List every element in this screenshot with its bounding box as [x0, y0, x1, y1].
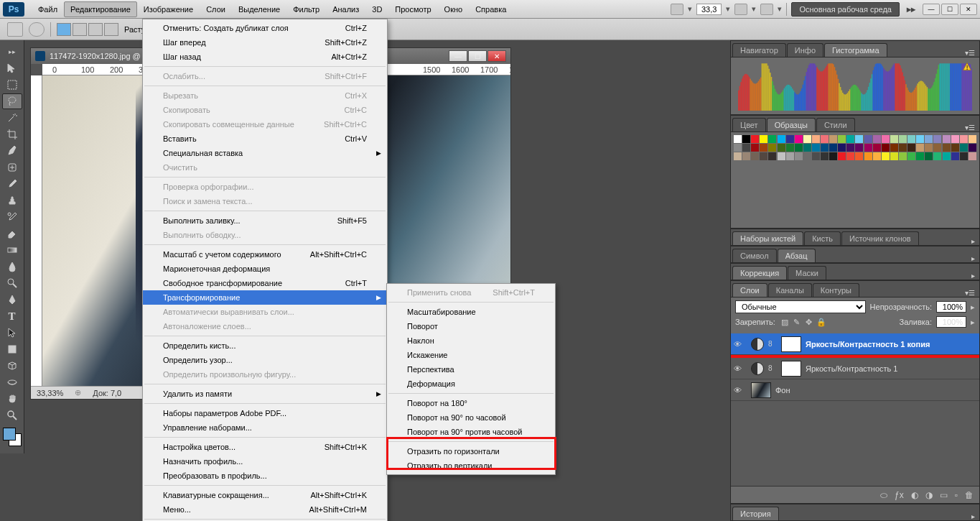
new-layer-icon[interactable]: ▫ — [955, 490, 958, 500]
menu-фильтр[interactable]: Фильтр — [286, 1, 326, 17]
swatch[interactable] — [933, 144, 941, 152]
submenu-item[interactable]: Поворот на 90° против часовой — [387, 425, 555, 439]
menu-анализ[interactable]: Анализ — [326, 1, 365, 17]
swatch[interactable] — [899, 144, 907, 152]
expand-icon[interactable]: ▸▸ — [904, 4, 918, 14]
eyedropper-tool[interactable] — [2, 143, 22, 159]
swatch[interactable] — [760, 152, 767, 160]
menu-item[interactable]: Специальная вставка▶ — [143, 146, 387, 160]
menu-item[interactable]: Меню...Alt+Shift+Ctrl+M — [143, 502, 387, 517]
layer-row[interactable]: 👁8Яркость/Контрастность 1 копия — [731, 333, 979, 355]
submenu-item[interactable]: Искажение — [387, 348, 555, 362]
swatch[interactable] — [855, 152, 863, 160]
menu-item[interactable]: ВставитьCtrl+V — [143, 132, 387, 146]
tool-preset-icon[interactable] — [7, 22, 23, 37]
swatch[interactable] — [778, 135, 785, 143]
path-selection-tool[interactable] — [2, 325, 22, 341]
submenu-item[interactable]: Отразить по горизонтали — [387, 444, 555, 458]
menu-item[interactable]: Трансформирование▶ — [143, 290, 387, 305]
swatch[interactable] — [960, 135, 968, 143]
double-arrow-icon[interactable]: ▸▸ — [2, 44, 22, 60]
doc-close-button[interactable]: ✕ — [487, 50, 506, 62]
doc-minimize-button[interactable]: — — [449, 50, 467, 62]
selection-mode-buttons[interactable] — [57, 23, 118, 36]
swatch[interactable] — [873, 144, 881, 152]
swatch[interactable] — [778, 144, 785, 152]
swatch[interactable] — [821, 135, 829, 143]
swatch[interactable] — [795, 152, 803, 160]
layer-thumb[interactable] — [751, 382, 771, 398]
swatch[interactable] — [951, 135, 959, 143]
tab-paths[interactable]: Контуры — [813, 283, 859, 297]
swatch[interactable] — [890, 144, 898, 152]
swatch[interactable] — [960, 152, 968, 160]
swatch[interactable] — [933, 135, 941, 143]
panel-menu-icon[interactable]: ▾☰ — [961, 124, 979, 132]
swatch[interactable] — [855, 144, 863, 152]
tab-info[interactable]: Инфо — [787, 43, 823, 57]
menu-item[interactable]: Удалить из памяти▶ — [143, 387, 387, 401]
mask-thumb[interactable] — [781, 361, 801, 377]
swatch[interactable] — [812, 135, 820, 143]
menu-файл[interactable]: Файл — [32, 1, 64, 17]
submenu-item[interactable]: Отразить по вертикали — [387, 458, 555, 473]
tab-histogram[interactable]: Гистограмма — [824, 43, 887, 57]
swatch[interactable] — [829, 152, 837, 160]
swatch[interactable] — [803, 152, 811, 160]
swatch[interactable] — [925, 144, 933, 152]
fill-value[interactable]: 100% — [936, 316, 966, 328]
color-picker[interactable] — [3, 428, 22, 446]
submenu-item[interactable]: Поворот на 180° — [387, 396, 555, 410]
menu-item[interactable]: Свободное трансформированиеCtrl+T — [143, 276, 387, 290]
maximize-button[interactable]: ☐ — [941, 4, 958, 15]
swatch[interactable] — [873, 135, 881, 143]
tab-brush-presets[interactable]: Наборы кистей — [732, 231, 803, 245]
tab-layers[interactable]: Слои — [732, 283, 767, 297]
layer-group-icon[interactable]: ▭ — [940, 490, 948, 500]
submenu-item[interactable]: Поворот на 90° по часовой — [387, 410, 555, 425]
tab-color[interactable]: Цвет — [732, 118, 766, 132]
clone-stamp-tool[interactable] — [2, 193, 22, 208]
swatch[interactable] — [899, 135, 907, 143]
swatch[interactable] — [890, 135, 898, 143]
swatch[interactable] — [846, 135, 854, 143]
magic-wand-tool[interactable] — [2, 110, 22, 126]
swatch[interactable] — [838, 144, 846, 152]
panel-menu-icon[interactable]: ▸ — [967, 272, 979, 280]
swatch[interactable] — [778, 152, 785, 160]
swatch[interactable] — [795, 135, 803, 143]
hand-tool[interactable] — [2, 391, 22, 407]
history-brush-tool[interactable] — [2, 209, 22, 225]
crop-tool[interactable] — [2, 126, 22, 142]
menu-item[interactable]: Выполнить заливку...Shift+F5 — [143, 213, 387, 228]
doc-maximize-button[interactable]: ☐ — [468, 50, 487, 62]
swatch[interactable] — [751, 135, 759, 143]
swatch[interactable] — [951, 152, 959, 160]
swatch[interactable] — [742, 152, 750, 160]
3d-tool[interactable] — [2, 358, 22, 374]
swatch[interactable] — [742, 144, 750, 152]
blend-mode-select[interactable]: Обычные — [735, 300, 866, 313]
swatch[interactable] — [821, 144, 829, 152]
layer-name[interactable]: Фон — [775, 386, 976, 395]
layer-style-icon[interactable]: ƒx — [895, 490, 904, 500]
swatch[interactable] — [768, 152, 776, 160]
menu-item[interactable]: Отменить: Создать дубликат слояCtrl+Z — [143, 21, 387, 35]
tab-character[interactable]: Символ — [732, 249, 777, 262]
swatch[interactable] — [786, 144, 794, 152]
swatch[interactable] — [795, 144, 803, 152]
swatch[interactable] — [907, 152, 915, 160]
workspace-switcher[interactable]: Основная рабочая среда — [791, 2, 900, 17]
tab-paragraph[interactable]: Абзац — [778, 249, 816, 262]
tab-swatches[interactable]: Образцы — [767, 118, 816, 132]
swatch[interactable] — [768, 144, 776, 152]
swatch[interactable] — [846, 152, 854, 160]
link-layers-icon[interactable]: ⬭ — [880, 490, 887, 500]
lock-image-icon[interactable]: ✎ — [792, 317, 802, 327]
lasso-tool[interactable] — [2, 93, 22, 109]
submenu-item[interactable]: Перспектива — [387, 362, 555, 377]
tab-styles[interactable]: Стили — [816, 118, 855, 132]
healing-brush-tool[interactable] — [2, 160, 22, 175]
brush-tool[interactable] — [2, 176, 22, 192]
menu-слои[interactable]: Слои — [200, 1, 232, 17]
